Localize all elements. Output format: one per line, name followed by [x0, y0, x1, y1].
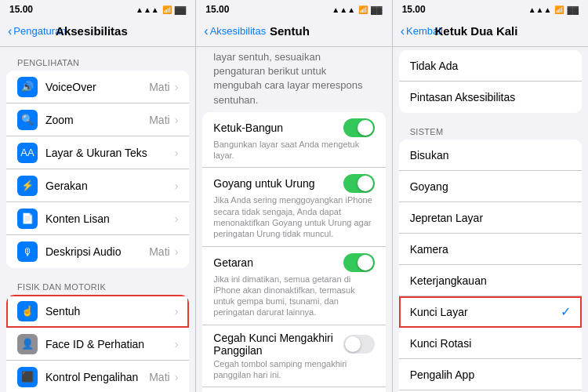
- chevron-icon: ›: [175, 245, 179, 258]
- item-label: Face ID & Perhatian: [45, 338, 173, 350]
- panel2-content: layar sentuh, sesuaikan pengaturan berik…: [196, 47, 391, 392]
- item-icon: 🎙: [17, 241, 38, 262]
- list-item[interactable]: Jepretan Layar: [399, 202, 582, 234]
- chevron-icon: ›: [175, 147, 179, 159]
- settings-item[interactable]: ☝ Sentuh ›: [6, 295, 189, 328]
- item-value: Mati: [149, 114, 169, 126]
- status-bar: 15.00 ▲▲▲ 📶 ▓▓: [0, 0, 195, 17]
- panel-sentuh: 15.00 ▲▲▲ 📶 ▓▓ ‹ Aksesibilitas Sentuh la…: [196, 0, 392, 392]
- settings-item-toggle[interactable]: Goyang untuk Urung Jika Anda sering meng…: [202, 168, 385, 246]
- settings-item[interactable]: ⚡ Gerakan ›: [6, 169, 189, 202]
- nav-bar: ‹ Aksesibilitas Sentuh: [196, 17, 391, 47]
- list-item[interactable]: Pintasan Aksesibilitas: [399, 82, 582, 113]
- toggle-switch[interactable]: [343, 253, 375, 272]
- nav-bar: ‹ Pengaturan Aksesibilitas: [0, 17, 195, 47]
- panel-desc: layar sentuh, sesuaikan pengaturan berik…: [202, 50, 385, 112]
- section-header: PENGLIHATAN: [6, 50, 189, 71]
- settings-list: ☝ Sentuh › 👤 Face ID & Perhatian › ⬛ Kon…: [6, 295, 189, 392]
- back-chevron-icon: ‹: [8, 24, 12, 38]
- signal-icon: ▲▲▲: [136, 5, 159, 14]
- item-label: Keterjangkauan: [410, 274, 487, 287]
- item-label: Bisukan: [410, 149, 449, 162]
- nav-title: Aksesibilitas: [43, 24, 141, 38]
- list-item[interactable]: Pengalih App: [399, 359, 582, 390]
- signal-icon: ▲▲▲: [528, 5, 552, 14]
- item-value: Mati: [149, 245, 169, 258]
- wifi-icon: 📶: [358, 5, 368, 14]
- settings-item-toggle[interactable]: Cegah Kunci Mengakhiri Panggilan Cegah t…: [202, 325, 385, 388]
- toggle-switch[interactable]: [343, 118, 375, 137]
- chevron-icon: ›: [175, 371, 179, 383]
- status-bar: 15.00 ▲▲▲ 📶 ▓▓: [393, 0, 588, 17]
- panel3-content: Tidak Ada Pintasan Aksesibilitas SISTEM …: [393, 47, 588, 392]
- panel-ketuk-dua-kali: 15.00 ▲▲▲ 📶 ▓▓ ‹ Kembali Ketuk Dua Kali …: [393, 0, 588, 392]
- settings-item-toggle[interactable]: Ketuk-Bangun Bangunkan layar saat Anda m…: [202, 112, 385, 169]
- settings-item[interactable]: 🔍 Zoom Mati ›: [6, 103, 189, 136]
- settings-item[interactable]: AA Layar & Ukuran Teks ›: [6, 136, 189, 169]
- item-label: Zoom: [45, 114, 149, 126]
- section-header: FISIK DAN MOTORIK: [6, 274, 189, 295]
- settings-item[interactable]: ⬛ Kontrol Pengalihan Mati ›: [6, 361, 189, 392]
- item-label: Layar & Ukuran Teks: [45, 147, 173, 159]
- battery-icon: ▓▓: [567, 5, 579, 14]
- item-label: Goyang: [410, 180, 448, 193]
- panel-aksesibilitas: 15.00 ▲▲▲ 📶 ▓▓ ‹ Pengaturan Aksesibilita…: [0, 0, 196, 392]
- item-label: Kunci Rotasi: [410, 337, 472, 350]
- settings-item[interactable]: 📄 Konten Lisan ›: [6, 202, 189, 235]
- status-time: 15.00: [402, 4, 426, 15]
- item-desc: Bangunkan layar saat Anda mengetuk layar…: [213, 139, 374, 162]
- item-icon: AA: [17, 143, 38, 163]
- list-item[interactable]: Bisukan: [399, 140, 582, 171]
- item-icon: 👤: [17, 334, 38, 354]
- status-bar: 15.00 ▲▲▲ 📶 ▓▓: [196, 0, 391, 17]
- list-item[interactable]: Goyang: [399, 171, 582, 202]
- item-label: VoiceOver: [45, 81, 149, 93]
- toggle-switch[interactable]: [343, 335, 375, 354]
- item-label: Getaran: [213, 256, 253, 269]
- battery-icon: ▓▓: [175, 5, 187, 14]
- settings-item-toggle[interactable]: Getaran Jika ini dimatikan, semua getara…: [202, 247, 385, 325]
- battery-icon: ▓▓: [371, 5, 383, 14]
- item-label: Deskripsi Audio: [45, 245, 149, 258]
- list-item[interactable]: Kunci Rotasi: [399, 328, 582, 359]
- item-icon: 🔊: [17, 77, 38, 97]
- list-item[interactable]: Kamera: [399, 234, 582, 265]
- status-icons: ▲▲▲ 📶 ▓▓: [332, 5, 382, 14]
- nav-title: Ketuk Dua Kali: [419, 24, 533, 38]
- status-icons: ▲▲▲ 📶 ▓▓: [528, 5, 579, 14]
- status-time: 15.00: [205, 4, 229, 15]
- chevron-icon: ›: [175, 338, 179, 350]
- item-icon: ⚡: [17, 176, 38, 196]
- back-chevron-icon: ‹: [401, 24, 405, 38]
- toggle-switch[interactable]: [343, 174, 375, 193]
- status-time: 15.00: [9, 4, 33, 15]
- item-label: Kamera: [410, 243, 448, 256]
- list-item[interactable]: Kunci Layar ✓: [399, 296, 582, 328]
- signal-icon: ▲▲▲: [332, 5, 355, 14]
- settings-list: 🔊 VoiceOver Mati › 🔍 Zoom Mati › AA Laya…: [6, 71, 189, 268]
- item-value: Mati: [149, 81, 169, 93]
- chevron-icon: ›: [175, 180, 179, 192]
- item-label: Tidak Ada: [410, 60, 459, 72]
- settings-item[interactable]: 🎙 Deskripsi Audio Mati ›: [6, 235, 189, 268]
- item-label: Ketuk-Bangun: [213, 122, 283, 134]
- item-label: Goyang untuk Urung: [213, 177, 314, 190]
- item-label: Pintasan Aksesibilitas: [410, 91, 516, 103]
- item-label: Pengalih App: [410, 368, 475, 381]
- item-label: Konten Lisan: [45, 212, 173, 225]
- status-icons: ▲▲▲ 📶 ▓▓: [136, 5, 186, 14]
- back-chevron-icon: ‹: [204, 24, 208, 38]
- settings-item[interactable]: 👤 Face ID & Perhatian ›: [6, 328, 189, 361]
- section-header: SISTEM: [399, 119, 582, 140]
- item-label: Cegah Kunci Mengakhiri Panggilan: [213, 332, 343, 357]
- list-item[interactable]: Tidak Ada: [399, 50, 582, 82]
- item-label: Sentuh: [45, 305, 173, 318]
- simple-list: Bisukan Goyang Jepretan Layar Kamera Ket…: [399, 140, 582, 392]
- settings-item-value[interactable]: Penyaluran Audio Panggilan Otomatis › Pe…: [202, 387, 385, 392]
- chevron-icon: ›: [175, 212, 179, 225]
- list-item[interactable]: Keterjangkauan: [399, 265, 582, 296]
- item-desc: Jika ini dimatikan, semua getaran di iPh…: [213, 274, 374, 318]
- item-icon: 🔍: [17, 110, 38, 130]
- chevron-icon: ›: [175, 114, 179, 126]
- settings-item[interactable]: 🔊 VoiceOver Mati ›: [6, 71, 189, 103]
